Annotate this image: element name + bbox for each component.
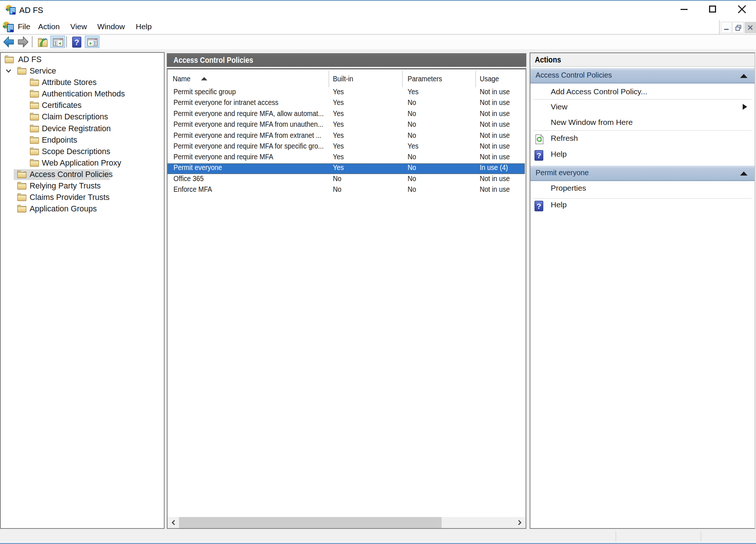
svg-text:?: ? — [537, 202, 541, 210]
svg-text:?: ? — [74, 38, 79, 47]
svg-text:?: ? — [537, 151, 541, 160]
